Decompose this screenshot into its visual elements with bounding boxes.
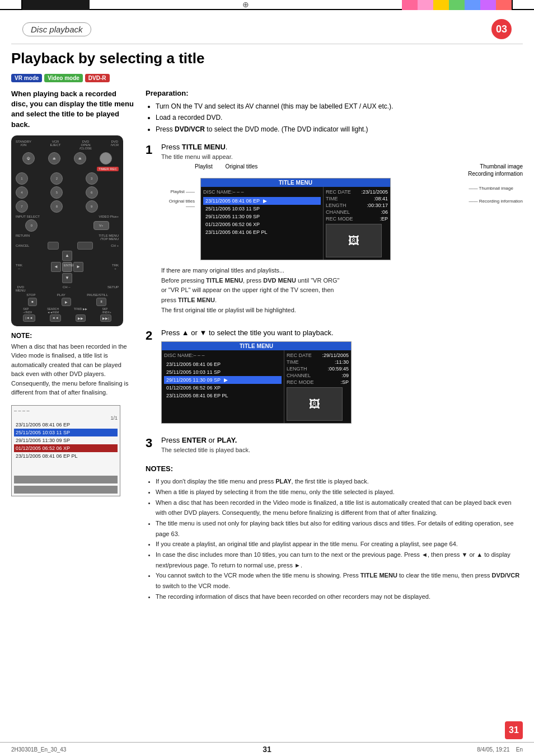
notes-section: NOTES: If you don't display the title me… xyxy=(146,464,523,602)
top-bar-black-block xyxy=(22,0,90,10)
btn-0[interactable]: 0 xyxy=(25,219,38,232)
btn-2[interactable]: 2 xyxy=(50,172,63,185)
prep-item-1: Turn ON the TV and select its AV channel… xyxy=(156,101,523,112)
title-menu-2-container: TITLE MENU DISC NAME:– – – 23/11/2005 08… xyxy=(161,341,352,424)
title-menu-item-4[interactable]: 01/12/2005 06:52 06 XP xyxy=(203,220,321,228)
right-arrows: —— Thumbnail image —— Recording informat… xyxy=(469,186,523,204)
title-menu-2-item-1[interactable]: 23/11/2005 08:41 06 EP xyxy=(164,360,282,368)
rew-btn[interactable]: ◄◄ xyxy=(50,314,61,322)
color-block-7 xyxy=(496,0,512,10)
title-menu-item-3[interactable]: 29/11/2005 11:30 09 SP xyxy=(203,213,321,220)
tm2-time-field: TIME :11:30 xyxy=(287,359,349,365)
small-list-btn2[interactable] xyxy=(14,486,118,494)
title-menu-2-item-4[interactable]: 01/12/2005 06:52 06 XP xyxy=(164,384,282,392)
disc-playback-label: Disc playback xyxy=(22,22,91,36)
title-menu-2-item-5[interactable]: 23/11/2005 08:41 06 EP PL xyxy=(164,392,282,400)
step-3-number: 3 xyxy=(146,436,157,457)
step-1-number: 1 xyxy=(146,143,157,321)
btn-8[interactable]: 8 xyxy=(50,200,63,213)
dpad-up[interactable]: ▲ xyxy=(62,251,72,261)
thumbnail-image-2: 🖼 xyxy=(287,387,343,421)
small-title-header: – – – – xyxy=(14,408,118,414)
title-menu-1-header: TITLE MENU xyxy=(201,179,390,187)
step-1-sub: The title menu will appear. xyxy=(161,153,523,160)
return-btn[interactable] xyxy=(48,242,59,250)
step-3-content: Press ENTER or PLAY. The selected title … xyxy=(161,436,523,457)
skip-plus-btn[interactable]: ▶▶| xyxy=(100,314,111,322)
title-menu-1-body: DISC NAME:– – – 23/11/2005 08:41 06 EP ▶… xyxy=(201,187,390,260)
main-content: Playback by selecting a title VR mode Vi… xyxy=(0,44,534,607)
small-title-item-3[interactable]: 29/11/2005 11:30 09 SP xyxy=(14,436,118,444)
return-titlemenu-labels: RETURN TITLE MENU/TOP MENU xyxy=(16,234,119,241)
color-block-2 xyxy=(418,0,433,10)
play-btn[interactable]: ▶ xyxy=(62,298,71,306)
title-menu-2-header: TITLE MENU xyxy=(162,342,351,350)
btn-5[interactable]: 5 xyxy=(50,186,63,199)
cancel-chplus-row: CANCEL CH + xyxy=(16,242,119,250)
small-title-list: – – – – 1/1 23/11/2005 08:41 06 EP 25/11… xyxy=(11,405,120,496)
dpad-enter[interactable]: ENTER xyxy=(62,262,72,272)
vcr-eject-btn[interactable]: ⏏ xyxy=(48,152,60,165)
dpad-area: TRK– ▲ ◄ ENTER ► ▼ TRK+ xyxy=(16,251,119,283)
title-menu-btn[interactable] xyxy=(77,242,93,250)
dpad-left[interactable]: ◄ xyxy=(51,262,61,272)
transport-labels: STOP PLAY PAUSE/STILL xyxy=(16,293,119,297)
pause-btn[interactable]: ⏸ xyxy=(96,298,106,306)
note-item-2: When a title is played by selecting it f… xyxy=(156,487,523,497)
note-item-4: The title menu is used not only for play… xyxy=(156,518,523,539)
title-menu-item-5[interactable]: 23/11/2005 08:41 06 EP PL xyxy=(203,228,321,236)
step-3-sub: The selected title is played back. xyxy=(161,447,523,453)
trk-plus-label: TRK+ xyxy=(112,264,119,270)
standby-btn[interactable]: ⏻ xyxy=(22,152,35,165)
small-title-item-1[interactable]: 23/11/2005 08:41 06 EP xyxy=(14,421,118,429)
videoplus-btn[interactable]: V+ xyxy=(93,221,109,230)
title-menu-item-2[interactable]: 25/11/2005 10:03 11 SP xyxy=(203,205,321,213)
note-item-3: When a disc that has been recorded in th… xyxy=(156,497,523,518)
number-grid: 1 2 3 4 5 6 7 8 9 xyxy=(16,172,119,213)
thumbnail-image: 🖼 xyxy=(326,224,382,257)
small-title-item-4[interactable]: 01/12/2005 06:52 06 XP xyxy=(14,444,118,452)
btn-4[interactable]: 4 xyxy=(16,186,28,199)
fwd-btn[interactable]: ▶▶ xyxy=(76,314,86,322)
btn-7[interactable]: 7 xyxy=(16,200,28,213)
dpad-right[interactable]: ► xyxy=(73,262,83,272)
dpad-down[interactable]: ▼ xyxy=(62,273,72,283)
small-title-item-5[interactable]: 23/11/2005 08:41 06 EP PL xyxy=(14,452,118,460)
dvd-open-btn[interactable]: ⏏ xyxy=(74,152,86,165)
title-menu-1-disc-name: DISC NAME:– – – xyxy=(203,189,321,195)
tm2-length-field: LENGTH :00:59:45 xyxy=(287,366,349,372)
skip-minus-btn[interactable]: |◄◄ xyxy=(23,314,35,322)
note-item-7: You cannot switch to the VCR mode when t… xyxy=(156,570,523,591)
btn-9[interactable]: 9 xyxy=(86,200,98,213)
remote-control: STANDBY /ON VCR EJECT DVD OPEN /CLOSE DV… xyxy=(11,135,123,326)
step-3-instruction: Press ENTER or PLAY. xyxy=(161,436,523,444)
remote-top-labels: STANDBY /ON VCR EJECT DVD OPEN /CLOSE DV… xyxy=(16,140,119,150)
btn-6[interactable]: 6 xyxy=(86,186,98,199)
dvd-open-label: DVD OPEN /CLOSE xyxy=(79,140,92,150)
two-column-layout: When playing back a recorded disc, you c… xyxy=(11,89,523,602)
color-block-6 xyxy=(480,0,496,10)
stop-btn[interactable]: ■ xyxy=(28,298,37,306)
title-menu-1-area: Playlist —— Original titles —— TITLE MEN… xyxy=(161,178,523,260)
small-title-item-2[interactable]: 25/11/2005 10:03 11 SP xyxy=(14,429,118,436)
notes-title: NOTES: xyxy=(146,464,523,473)
small-list-btn1[interactable] xyxy=(14,476,118,483)
dvd-menu-label: DVDMENU xyxy=(16,285,26,292)
badge-dvd-r: DVD-R xyxy=(85,74,110,82)
title-menu-item-1[interactable]: 23/11/2005 08:41 06 EP ▶ xyxy=(203,197,321,205)
between-steps-text: If there are many original titles and pl… xyxy=(161,266,523,315)
title-menu-2-disc-name: DISC NAME:– – – xyxy=(164,353,282,358)
btn-1[interactable]: 1 xyxy=(16,172,28,185)
step-2: 2 Press ▲ or ▼ to select the title you w… xyxy=(146,328,523,428)
bottom-page-badge: 31 xyxy=(505,721,523,739)
color-block-5 xyxy=(465,0,480,10)
dvd-vcr-btn[interactable] xyxy=(100,152,112,165)
time-field: TIME :08:41 xyxy=(326,196,388,201)
btn-3[interactable]: 3 xyxy=(86,172,98,185)
title-menu-2-item-2[interactable]: 25/11/2005 10:03 11 SP xyxy=(164,368,282,376)
title-menu-2-item-3[interactable]: 29/11/2005 11:30 09 SP ▶ xyxy=(164,376,282,384)
skip-search-btns: |◄◄ ◄◄ ▶▶ ▶▶| xyxy=(16,314,119,322)
top-bar-corner-left xyxy=(0,0,22,10)
color-block-3 xyxy=(433,0,449,10)
prep-title: Preparation: xyxy=(146,89,523,97)
